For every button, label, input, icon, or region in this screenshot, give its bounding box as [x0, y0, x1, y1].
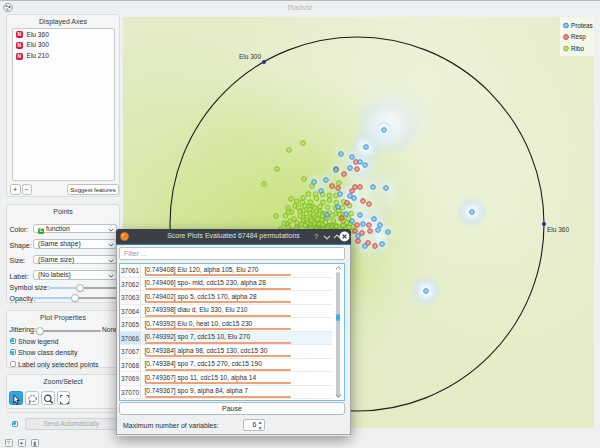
svg-text:Resp: Resp	[571, 33, 586, 41]
svg-text:Proteas: Proteas	[571, 22, 593, 29]
svg-text:Ribo: Ribo	[571, 45, 584, 52]
svg-text:Elu 300: Elu 300	[239, 53, 261, 60]
svg-text:Elu 360: Elu 360	[547, 226, 569, 233]
